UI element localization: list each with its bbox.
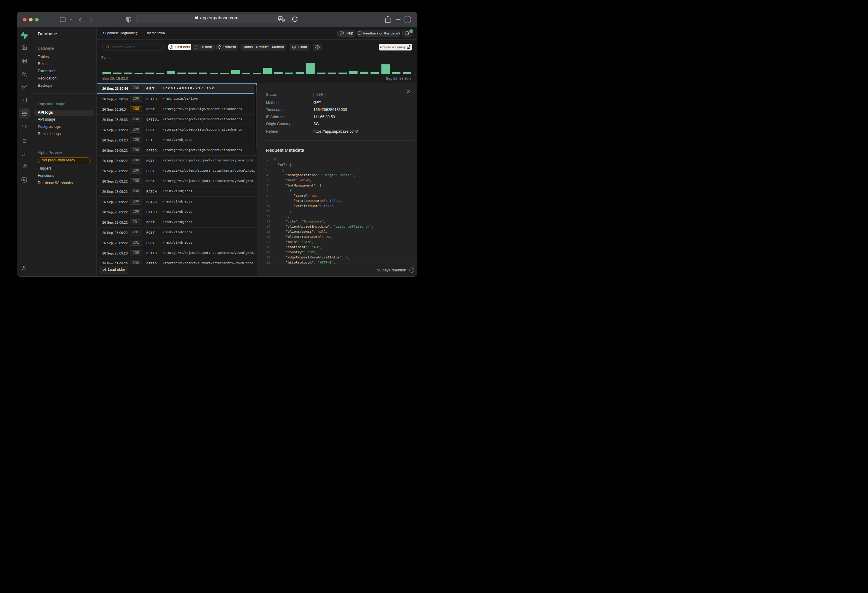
svg-text:文: 文 [282, 19, 284, 21]
svg-text:A: A [280, 17, 281, 20]
